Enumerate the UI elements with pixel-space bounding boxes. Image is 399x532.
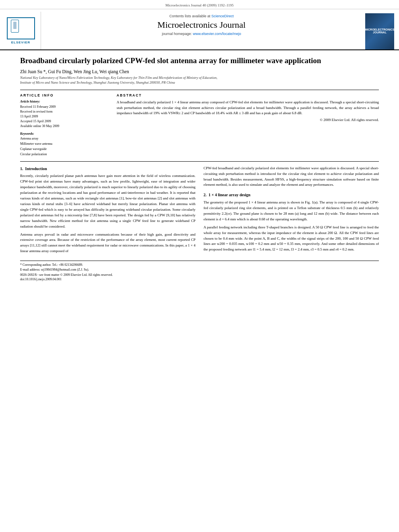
received1: Received 11 February 2009 (20, 105, 109, 109)
section2-title: 2. 1 × 4 linear array design (204, 192, 379, 198)
divider-bottom (20, 161, 379, 162)
elsevier-logo-section: ELSEVIER (5, 12, 41, 49)
issn-line: 0026-2692/$ - see front matter © 2009 El… (20, 273, 379, 277)
journal-center-header: Contents lists available at ScienceDirec… (45, 12, 358, 49)
elsevier-brand-text: ELSEVIER (11, 41, 31, 44)
keyword-2: Millimeter wave antenna (20, 142, 109, 147)
abstract-column: ABSTRACT A broadband and circularly pola… (117, 93, 379, 157)
section1-para1: Recently, circularly polarized planar pa… (20, 173, 195, 229)
abstract-text: A broadband and circularly polarized 1 ×… (117, 100, 379, 116)
revised-date: 13 April 2009 (20, 114, 109, 119)
keywords-section: Keywords: Antenna array Millimeter wave … (20, 132, 109, 157)
elsevier-logo-image (7, 17, 35, 39)
article-info-heading: ARTICLE INFO (20, 93, 109, 97)
contents-available-line: Contents lists available at ScienceDirec… (45, 14, 358, 18)
page: Microelectronics Journal 40 (2009) 1192–… (0, 0, 399, 532)
divider-top (20, 90, 379, 90)
sciencedirect-link[interactable]: ScienceDirect (212, 14, 234, 18)
affiliation: National Key Laboratory of Nano/Micro Fa… (20, 76, 379, 85)
body-two-columns: 1. Introduction Recently, circularly pol… (20, 166, 379, 255)
section1-number: 1. (20, 166, 23, 171)
section2-title-text: 1 × 4 linear array design (209, 193, 251, 197)
keywords-label: Keywords: (20, 132, 109, 136)
keyword-1: Antenna array (20, 136, 109, 142)
received2: Received in revised form (20, 109, 109, 114)
body-right-col: CPW-fed broadband and circularly polariz… (204, 166, 379, 255)
available-online: Available online 30 May 2009 (20, 124, 109, 129)
corresponding-author: * Corresponding author. Tel.: +86 021342… (20, 263, 379, 267)
journal-ref-text: Microelectronics Journal 40 (2009) 1192–… (165, 3, 233, 7)
journal-homepage-line: journal homepage: www.elsevier.com/locat… (45, 32, 358, 36)
email-address: E-mail address: srj19841984@hotmail.com … (20, 267, 379, 272)
copyright-line: © 2009 Elsevier Ltd. All rights reserved… (117, 118, 379, 122)
footnote-area: * Corresponding author. Tel.: +86 021342… (20, 261, 379, 281)
authors: Zhi Juan Su *, Gui Fu Ding, Wen Jing Lu,… (20, 69, 379, 74)
section2-para1: The geometry of the proposed 1 × 4 linea… (204, 200, 379, 222)
cover-title-text: MICROELECTRONICS JOURNAL (365, 28, 395, 34)
affiliation-line1: National Key Laboratory of Nano/Micro Fa… (20, 76, 217, 80)
keyword-4: Circular polarization (20, 152, 109, 157)
keyword-3: Coplanar waveguide (20, 147, 109, 152)
journal-title: Microelectronics Journal (45, 20, 358, 30)
journal-reference-bar: Microelectronics Journal 40 (2009) 1192–… (0, 0, 399, 9)
main-content: Broadband circularly polarized CPW-fed s… (0, 50, 399, 287)
body-section: 1. Introduction Recently, circularly pol… (20, 166, 379, 255)
body-left-col: 1. Introduction Recently, circularly pol… (20, 166, 195, 255)
doi-line: doi:10.1016/j.mejo.2009.04.001 (20, 277, 379, 281)
section1-col2-text: CPW-fed broadband and circularly polariz… (204, 166, 379, 188)
abstract-heading: ABSTRACT (117, 93, 379, 97)
journal-header: ELSEVIER Contents lists available at Sci… (0, 9, 399, 50)
section1-title-text: Introduction (25, 166, 47, 171)
journal-cover-image: MICROELECTRONICS JOURNAL (365, 13, 394, 49)
section2-number: 2. (204, 193, 207, 197)
affiliation-line2: Institute of Micro and Nano Science and … (20, 80, 175, 84)
accepted: Accepted 15 April 2009 (20, 119, 109, 124)
info-abstract-section: ARTICLE INFO Article history: Received 1… (20, 93, 379, 157)
journal-cover-section: MICROELECTRONICS JOURNAL (358, 12, 394, 49)
article-info-column: ARTICLE INFO Article history: Received 1… (20, 93, 109, 157)
homepage-url[interactable]: www.elsevier.com/locate/mejo (193, 32, 241, 36)
section1-title: 1. Introduction (20, 166, 195, 172)
section2-para2: A parallel feeding network including thr… (204, 225, 379, 253)
section1-para2: Antenna arrays prevail in radar and micr… (20, 232, 195, 255)
article-title: Broadband circularly polarized CPW-fed s… (20, 56, 379, 66)
history-label: Article history: (20, 100, 109, 103)
